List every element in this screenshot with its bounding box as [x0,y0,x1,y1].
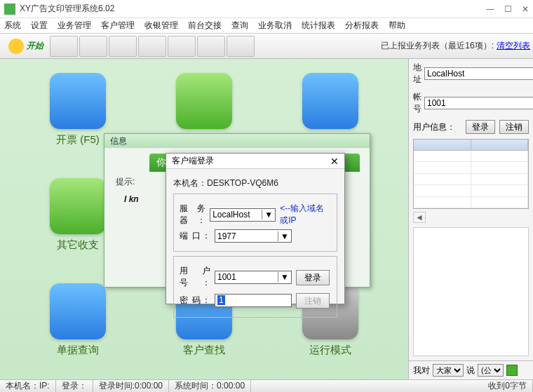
toolbar-btn-7[interactable] [227,36,255,57]
user-label: 用户号： [180,265,210,289]
status-login-time: 登录时间:0:00:00 [93,380,169,392]
tile-label: 其它收支 [57,238,99,252]
menu-customer[interactable]: 客户管理 [101,20,135,32]
login-dialog: 客户端登录 ✕ 本机名：DESKTOP-VQ6M6 服务器： LocalHost… [166,153,345,304]
toolbar-btn-3[interactable] [109,36,137,57]
pwd-input[interactable]: 1 [215,294,292,307]
addr-input[interactable] [424,67,533,80]
menubar: 系统 设置 业务管理 客户管理 收银管理 前台交接 查询 业务取消 统计报表 分… [0,18,533,34]
tile-label: 开票 (F5) [56,133,100,147]
acct-label: 帐号 [413,91,421,115]
toolbar: 开始 已上报业务列表（最近16项）: 清空列表 [0,34,533,59]
status-host: 本机名：IP: [0,380,56,392]
server-value: LocalHost [212,210,250,219]
menu-stats[interactable]: 统计报表 [302,20,335,32]
chevron-down-icon: ▼ [278,272,289,282]
addr-label: 地址 [413,62,421,86]
info-iknow-text: I kn [124,194,139,204]
toolbar-btn-4[interactable] [138,36,166,57]
server-hint: <--输入域名或IP [280,203,331,227]
toolbar-btn-5[interactable] [168,36,196,57]
maximize-button[interactable]: ☐ [504,4,512,14]
minimize-button[interactable]: — [486,4,494,14]
user-value: 1001 [217,272,236,282]
host-label: 本机名： [173,178,207,188]
pwd-value: 1 [217,295,225,305]
menu-cancel[interactable]: 业务取消 [258,20,292,32]
me-label: 我对 [413,365,430,377]
menu-query[interactable]: 查询 [231,20,248,32]
menu-cashier[interactable]: 收银管理 [144,20,178,32]
server-combo[interactable]: LocalHost▼ [210,208,276,222]
side-login-button[interactable]: 登录 [466,120,495,134]
user-fieldset: 用户号： 1001▼ 登录 密 码： 1 注销 [173,256,337,318]
login-close-icon[interactable]: ✕ [330,156,339,167]
app-icon [4,4,15,15]
logout-button: 注销 [296,293,330,309]
send-button[interactable] [506,365,518,376]
tile-label: 客户查找 [183,344,225,357]
printer-icon [50,73,106,129]
exchange-icon [50,178,106,234]
login-button[interactable]: 登录 [296,270,330,285]
tile-label: 运行模式 [309,344,351,357]
menu-analysis[interactable]: 分析报表 [345,20,379,32]
toolbar-btn-6[interactable] [197,36,225,57]
statusbar: 本机名：IP: 登录： 登录时间:0:00:00 系统时间：0:00:00 收到… [0,379,533,392]
login-dialog-title: 客户端登录 [172,155,330,167]
workarea: 开票 (F5) 其它收支 单据查询 客户查找 运行模式 信息 你 提示: I k… [0,59,408,379]
menu-help[interactable]: 帮助 [389,20,405,32]
tile-icon [176,73,232,129]
chevron-down-icon: ▼ [262,210,273,219]
chat-area [413,227,529,356]
scroll-left-icon[interactable]: ◄ [413,212,426,223]
toolbar-btn-2[interactable] [79,36,107,57]
host-value: DESKTOP-VQ6M6 [207,178,278,188]
toolbar-btn-1[interactable] [50,36,78,57]
side-logout-button[interactable]: 注销 [499,120,529,134]
history-label: 已上报业务列表（最近16项）: [381,40,494,52]
tile-label: 单据查询 [57,344,99,357]
start-icon [8,39,24,54]
menu-system[interactable]: 系统 [4,20,21,32]
port-label: 端 口： [180,230,210,242]
tile-bill-query[interactable]: 单据查询 [29,283,127,374]
say-label: 说 [466,365,475,377]
target-combo[interactable]: 大家 [433,364,464,377]
titlebar: XY广告文印管理系统6.02 — ☐ ✕ [0,0,533,18]
status-sys-time: 系统时间：0:00:00 [169,380,251,392]
userinfo-label: 用户信息： [413,121,461,133]
start-label: 开始 [27,40,43,52]
clear-list-link[interactable]: 清空列表 [497,40,530,52]
menu-business[interactable]: 业务管理 [58,20,91,32]
start-button[interactable]: 开始 [3,39,49,54]
history-bar: 已上报业务列表（最近16项）: 清空列表 [381,40,530,52]
pwd-label: 密 码： [180,295,210,306]
user-combo[interactable]: 1001▼ [215,271,292,284]
server-fieldset: 服务器： LocalHost▼ <--输入域名或IP 端 口： 1977▼ [173,194,337,252]
port-value: 1977 [217,231,236,241]
menu-settings[interactable]: 设置 [31,20,48,32]
chevron-down-icon: ▼ [278,231,289,241]
status-user: 登录： [56,380,93,392]
magnifier-icon [50,283,106,339]
side-panel: 地址 端口 帐号 密码 用户信息： 登录 注销 ◄ 我对 大家 [408,59,533,379]
mode-combo[interactable]: (公 [478,364,504,377]
server-label: 服务器： [180,203,205,227]
close-button[interactable]: ✕ [522,4,529,14]
window-title: XY广告文印管理系统6.02 [20,3,486,15]
user-grid[interactable] [413,139,529,209]
info-tip-label: 提示: [116,176,135,188]
tile-icon [302,73,358,129]
port-combo[interactable]: 1977▼ [215,229,292,243]
info-dialog-title: 信息 [104,134,370,148]
status-recv: 收到0字节 [483,380,533,392]
menu-handover[interactable]: 前台交接 [188,20,222,32]
acct-input[interactable] [424,97,533,109]
